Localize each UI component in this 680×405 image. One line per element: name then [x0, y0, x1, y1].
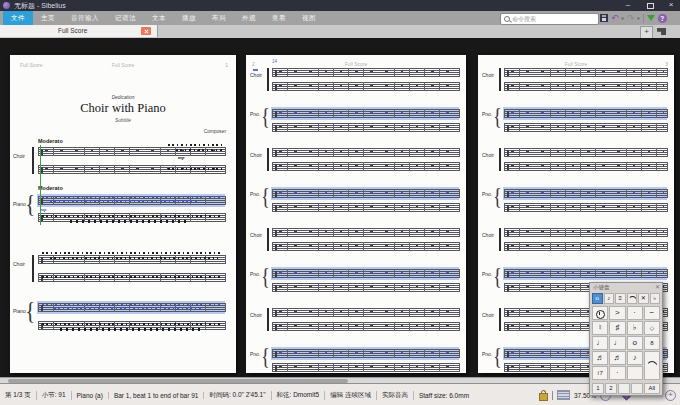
- undo-icon[interactable]: ↶: [611, 13, 619, 23]
- staff-label-choir[interactable]: Choir: [250, 232, 262, 238]
- voice-1-button[interactable]: 1: [592, 383, 604, 394]
- keypad-grace-note-button[interactable]: 8: [644, 336, 660, 350]
- voice-all-button[interactable]: All: [644, 383, 660, 394]
- piano-lh-staff[interactable]: [272, 283, 460, 292]
- piano-rh-staff[interactable]: [272, 349, 460, 358]
- voice-4-button[interactable]: [631, 383, 643, 394]
- dedication-text[interactable]: Dedication: [10, 95, 236, 100]
- keypad-eighth-note-button[interactable]: ♪: [627, 351, 643, 365]
- voice-2-button[interactable]: 2: [605, 383, 617, 394]
- keypad-32nd-note-button[interactable]: ♬: [592, 351, 608, 365]
- choir-bass-staff[interactable]: [272, 162, 460, 171]
- staff-label-piano[interactable]: Piano: [13, 201, 26, 207]
- choir-bass-staff[interactable]: [504, 162, 668, 171]
- keypad-16th-note-button[interactable]: ♬: [609, 351, 625, 365]
- tab-review[interactable]: 查看: [264, 11, 294, 25]
- keypad-header[interactable]: 小键盘 ✕: [590, 283, 662, 293]
- subtitle-text[interactable]: Subtitle: [10, 118, 236, 123]
- piano-lh-staff[interactable]: [272, 203, 460, 212]
- keypad-clock-button[interactable]: [592, 306, 608, 320]
- piano-rh-staff[interactable]: [504, 189, 668, 198]
- choir-treble-staff[interactable]: [504, 228, 668, 237]
- tab-layout[interactable]: 布局: [204, 11, 234, 25]
- staff-label-piano[interactable]: Pno.: [482, 271, 492, 277]
- save-icon[interactable]: [600, 14, 608, 22]
- keypad-rest-button[interactable]: ≀7: [592, 366, 608, 380]
- staff-label-choir[interactable]: Choir: [250, 152, 262, 158]
- tab-notations[interactable]: 记谱法: [107, 11, 144, 25]
- choir-treble-staff[interactable]: [504, 148, 668, 157]
- choir-bass-staff[interactable]: [504, 242, 668, 251]
- keypad-staccato-button[interactable]: ·: [627, 306, 643, 320]
- keypad-tab-jazz[interactable]: ✕: [638, 293, 649, 304]
- redo-icon[interactable]: ↷: [627, 13, 635, 23]
- tab-file[interactable]: 文件: [3, 11, 33, 25]
- staff-label-piano[interactable]: Pno.: [250, 111, 260, 117]
- maximize-button[interactable]: [642, 0, 658, 11]
- staff-label-piano[interactable]: Pno.: [250, 351, 260, 357]
- piano-rh-staff[interactable]: [504, 269, 668, 278]
- keypad-whole-note-button[interactable]: o: [627, 336, 643, 350]
- redo-dropdown-icon[interactable]: ▾: [637, 16, 639, 21]
- score-page-1[interactable]: Full Score Full Score 1 Dedication Choir…: [10, 55, 236, 373]
- choir-treble-staff[interactable]: [272, 68, 460, 77]
- doc-tab-close-icon[interactable]: [141, 27, 151, 35]
- tab-view[interactable]: 视图: [294, 11, 324, 25]
- piano-lh-staff[interactable]: [272, 363, 460, 372]
- choir-bass-staff[interactable]: [504, 82, 668, 91]
- choir-treble-staff[interactable]: [272, 148, 460, 157]
- keypad-tie-button[interactable]: [644, 351, 660, 380]
- minimize-ribbon-icon[interactable]: [647, 15, 655, 21]
- choir-treble-staff[interactable]: [504, 68, 668, 77]
- tab-appearance[interactable]: 外观: [234, 11, 264, 25]
- piano-rh-staff[interactable]: [272, 269, 460, 278]
- keypad-flat-button[interactable]: ♭: [627, 321, 643, 335]
- keypad-tab-articulations[interactable]: [627, 293, 638, 304]
- tab-note-input[interactable]: 音符输入: [63, 11, 107, 25]
- close-button[interactable]: ×: [663, 0, 679, 11]
- staff-label-choir[interactable]: Choir: [482, 72, 494, 78]
- keypad-tab-accidentals[interactable]: ♭: [650, 293, 661, 304]
- keypad-accent-button[interactable]: >: [609, 306, 625, 320]
- dynamic-mark[interactable]: mp: [178, 155, 184, 160]
- staff-label-piano[interactable]: Pno.: [482, 351, 492, 357]
- tab-home[interactable]: 主页: [33, 11, 63, 25]
- piano-rh-staff[interactable]: [272, 109, 460, 118]
- staff-label-choir[interactable]: Choir: [13, 261, 25, 267]
- keypad-sharp-button[interactable]: ♯: [609, 321, 625, 335]
- minimize-button[interactable]: –: [620, 0, 636, 11]
- search-input[interactable]: [512, 16, 592, 22]
- lock-icon[interactable]: [539, 393, 548, 401]
- keypad-tab-more-notes[interactable]: ♪: [604, 293, 615, 304]
- piano-tempo-text[interactable]: Moderato: [38, 185, 63, 191]
- composer-text[interactable]: Composer: [204, 129, 226, 134]
- staff-label-choir[interactable]: Choir: [482, 152, 494, 158]
- panorama-view-icon[interactable]: [557, 390, 570, 400]
- keypad-natural-button[interactable]: ♮: [592, 321, 608, 335]
- keypad-dot-button[interactable]: ·: [609, 366, 625, 380]
- staff-label-choir[interactable]: Choir: [13, 153, 25, 159]
- staff-label-choir[interactable]: Choir: [482, 312, 494, 318]
- zoom-in-button[interactable]: +: [665, 390, 676, 401]
- choir-bass-staff[interactable]: [272, 242, 460, 251]
- keypad-diamond-button[interactable]: ◇: [644, 321, 660, 335]
- voice-3-button[interactable]: [618, 383, 630, 394]
- help-icon[interactable]: ?: [658, 14, 667, 23]
- command-search[interactable]: [500, 13, 599, 25]
- piano-rh-staff[interactable]: [504, 109, 668, 118]
- undo-dropdown-icon[interactable]: ▾: [622, 16, 624, 21]
- choir-treble-staff[interactable]: [272, 228, 460, 237]
- staff-label-piano[interactable]: Pno.: [250, 271, 260, 277]
- score-title[interactable]: Choir with Piano: [10, 101, 236, 116]
- choir-bass-staff[interactable]: [272, 322, 460, 331]
- staff-label-choir[interactable]: Choir: [250, 72, 262, 78]
- doc-tab-full-score[interactable]: Full Score: [0, 25, 158, 37]
- keypad-blank-button[interactable]: [627, 366, 643, 380]
- score-page-2[interactable]: 2 Full Score 14 Choir Pno. { Choir Pno. …: [246, 55, 466, 373]
- tempo-text[interactable]: Moderato: [38, 138, 63, 144]
- staff-label-choir[interactable]: Choir: [482, 232, 494, 238]
- keypad-tab-beams[interactable]: ≡: [615, 293, 626, 304]
- tab-text[interactable]: 文本: [144, 11, 174, 25]
- tab-play[interactable]: 播放: [174, 11, 204, 25]
- piano-lh-staff[interactable]: [504, 203, 668, 212]
